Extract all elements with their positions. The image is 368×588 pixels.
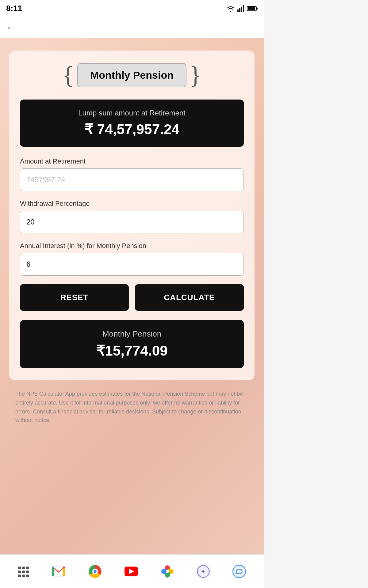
svg-rect-0 <box>237 9 239 12</box>
annual-interest-label: Annual Interest (in %) for Monthly Pensi… <box>20 242 244 250</box>
amount-at-retirement-group: Amount at Retirement <box>20 157 244 191</box>
status-icons <box>226 5 258 12</box>
title-badge-text: Monthly Pension <box>90 69 174 81</box>
title-badge-wrapper: { Monthly Pension } <box>20 63 244 87</box>
youtube-play-icon <box>129 569 134 574</box>
svg-rect-9 <box>63 567 65 576</box>
bubble-app-button[interactable] <box>232 565 246 578</box>
back-button[interactable]: ← <box>6 22 15 33</box>
right-brace: } <box>190 63 201 87</box>
reset-button[interactable]: RESET <box>20 284 129 311</box>
amount-at-retirement-input[interactable] <box>20 168 244 191</box>
svg-rect-3 <box>243 5 244 12</box>
svg-rect-8 <box>52 567 54 576</box>
left-brace: { <box>63 63 74 87</box>
calculator-card: { Monthly Pension } Lump sum amount at R… <box>9 51 255 380</box>
chrome-icon <box>89 565 102 578</box>
svg-rect-11 <box>63 567 65 568</box>
amount-at-retirement-label: Amount at Retirement <box>20 157 244 165</box>
gmail-button[interactable] <box>52 566 66 577</box>
signal-icon <box>237 5 245 12</box>
annual-interest-group: Annual Interest (in %) for Monthly Pensi… <box>20 242 244 276</box>
circle-app-icon: ✦ <box>197 565 210 578</box>
youtube-button[interactable] <box>125 567 138 576</box>
pension-result-value: ₹15,774.09 <box>28 342 236 359</box>
top-nav: ← <box>0 17 264 38</box>
android-nav: ✦ <box>0 554 264 588</box>
apps-grid-icon <box>17 566 29 577</box>
battery-icon <box>247 6 258 11</box>
annual-interest-input[interactable] <box>20 253 244 276</box>
withdrawal-percentage-group: Withdrawal Percentage <box>20 200 244 233</box>
lump-sum-value: ₹ 74,57,957.24 <box>28 121 236 138</box>
title-badge: Monthly Pension <box>77 63 186 87</box>
bubble-app-icon <box>232 565 246 578</box>
buttons-row: RESET CALCULATE <box>20 284 244 311</box>
disclaimer-text: The NPS Calculator App provides estimate… <box>15 390 248 425</box>
photos-button[interactable] <box>161 565 174 578</box>
status-bar: 8:11 <box>0 0 264 17</box>
apps-grid-button[interactable] <box>17 566 29 577</box>
circle-app-button[interactable]: ✦ <box>197 565 210 578</box>
calculate-button[interactable]: CALCULATE <box>135 284 244 311</box>
svg-rect-5 <box>248 7 255 10</box>
svg-rect-1 <box>239 8 240 12</box>
pension-result-label: Monthly Pension <box>28 329 236 339</box>
main-content: { Monthly Pension } Lump sum amount at R… <box>0 38 264 554</box>
photos-icon <box>161 565 174 578</box>
status-time: 8:11 <box>6 4 22 13</box>
wifi-icon <box>226 5 235 12</box>
svg-point-16 <box>166 570 169 573</box>
gmail-icon <box>52 566 66 577</box>
disclaimer: The NPS Calculator App provides estimate… <box>9 390 255 425</box>
svg-rect-2 <box>241 7 242 12</box>
chrome-button[interactable] <box>89 565 102 578</box>
pension-result-box: Monthly Pension ₹15,774.09 <box>20 320 244 368</box>
lump-sum-box: Lump sum amount at Retirement ₹ 74,57,95… <box>20 100 244 147</box>
svg-rect-6 <box>257 8 258 9</box>
withdrawal-percentage-input[interactable] <box>20 211 244 233</box>
youtube-icon <box>125 567 138 576</box>
lump-sum-label: Lump sum amount at Retirement <box>28 109 236 117</box>
withdrawal-percentage-label: Withdrawal Percentage <box>20 200 244 208</box>
svg-rect-10 <box>52 567 54 568</box>
